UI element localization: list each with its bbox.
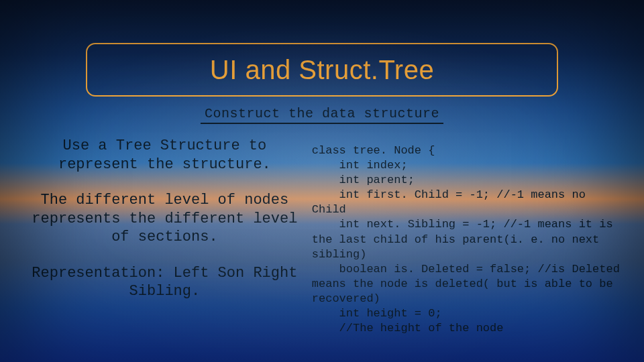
code-block: class tree. Node { int index; int parent… <box>309 134 644 355</box>
slide-title: UI and Struct.Tree <box>210 55 434 85</box>
body: Use a Tree Structure to represent the st… <box>0 134 644 355</box>
paragraph-3: Representation: Left Son Right Sibling. <box>27 264 303 301</box>
slide-subtitle: Construct the data structure <box>201 106 443 124</box>
paragraph-2: The different level of nodes represents … <box>27 191 303 247</box>
left-column: Use a Tree Structure to represent the st… <box>0 134 309 355</box>
slide: UI and Struct.Tree Construct the data st… <box>0 0 644 362</box>
paragraph-1: Use a Tree Structure to represent the st… <box>27 137 303 174</box>
title-box: UI and Struct.Tree <box>86 43 558 97</box>
subtitle-wrap: Construct the data structure <box>201 106 443 124</box>
